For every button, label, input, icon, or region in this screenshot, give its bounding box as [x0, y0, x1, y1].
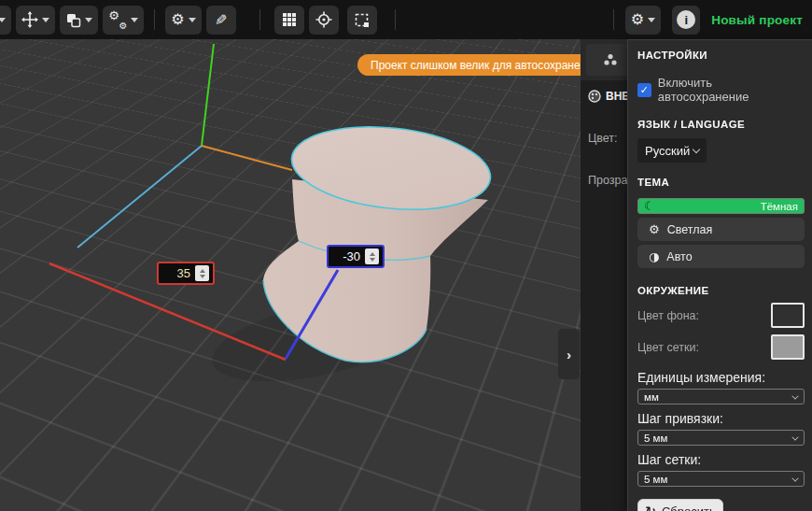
chevron-down-icon — [791, 475, 798, 481]
refresh-icon: ↻ — [645, 504, 656, 511]
chevron-down-icon — [791, 392, 798, 399]
edit-tool-button[interactable]: ✎ — [206, 6, 236, 35]
grid-step-value: 5 мм — [644, 474, 667, 485]
target-icon — [315, 11, 332, 28]
appearance-header: ВНЕШНИЙ ВИД — [606, 90, 627, 103]
duplicate-icon — [65, 12, 81, 28]
autosave-label: Включить автосохранение — [658, 76, 805, 104]
grid-icon — [282, 12, 297, 27]
viewport-3d[interactable]: Проект слишком велик для автосохранения … — [0, 39, 581, 511]
grid-color-swatch[interactable] — [771, 334, 805, 360]
move-tool-button[interactable] — [16, 6, 55, 35]
reset-label: Сбросить — [662, 504, 716, 511]
sun-gear-icon: ⚙ — [649, 223, 660, 235]
units-select[interactable]: мм — [637, 389, 805, 405]
theme-label: Тёмная — [761, 201, 798, 212]
step-down-icon[interactable] — [200, 275, 205, 278]
contrast-icon: ◑ — [649, 250, 659, 263]
top-toolbar: ⚙ ⚙⚙ — [0, 0, 812, 39]
units-value: мм — [644, 391, 659, 403]
toolbar-separator — [613, 9, 614, 30]
info-button[interactable]: i — [672, 6, 700, 35]
theme-label: Авто — [666, 250, 692, 263]
app-settings-button[interactable]: ⚙ — [625, 6, 661, 35]
dimension-input-x[interactable]: 35 — [157, 262, 215, 285]
theme-option-dark[interactable]: ☾ Тёмная — [637, 198, 805, 214]
scene-overlay — [0, 39, 581, 511]
settings-panel: НАСТРОЙКИ ✓ Включить автосохранение ЯЗЫК… — [627, 39, 812, 511]
chevron-down-icon — [85, 18, 92, 22]
snap-value: 5 мм — [644, 433, 667, 444]
sidebar-tab-bar — [581, 39, 627, 80]
chevron-down-icon — [42, 18, 49, 22]
snap-target-button[interactable] — [309, 6, 339, 35]
color-row: Цвет: — [588, 132, 617, 145]
chevron-down-icon — [189, 18, 196, 22]
toolbar-separator — [395, 9, 396, 30]
language-select[interactable]: Русский — [637, 138, 707, 163]
opacity-label: Прозрачность: — [588, 174, 627, 187]
move-icon — [21, 11, 38, 28]
environment-header: ОКРУЖЕНИЕ — [637, 285, 805, 296]
snap-select[interactable]: 5 мм — [637, 430, 805, 446]
theme-option-auto[interactable]: ◑ Авто — [637, 245, 805, 268]
operations-tool-button[interactable]: ⚙⚙ — [103, 6, 144, 35]
snap-label: Шаг привязки: — [637, 411, 805, 426]
autosave-checkbox[interactable]: ✓ — [637, 83, 651, 97]
model-object[interactable] — [263, 118, 495, 362]
info-icon: i — [677, 10, 695, 29]
autosave-row: ✓ Включить автосохранение — [637, 76, 805, 104]
app-window: ⚙ ⚙⚙ — [0, 0, 812, 511]
theme-options: ☾ Тёмная ⚙ Светлая ◑ Авто — [637, 194, 805, 268]
step-down-icon[interactable] — [370, 258, 375, 262]
toolbar-right-group: ⚙ i Новый проект — [613, 0, 812, 39]
toolbar-separator — [154, 9, 155, 30]
bg-color-swatch[interactable] — [771, 303, 805, 328]
chevron-down-icon — [131, 18, 138, 22]
settings-tool-button[interactable]: ⚙ — [165, 6, 201, 35]
chevron-down-icon — [0, 18, 6, 22]
cutoff-tool-button[interactable]: ⚙ — [0, 6, 11, 35]
gear-icon: ⚙ — [171, 12, 184, 27]
tab-structure[interactable] — [586, 44, 627, 76]
units-label: Единицы измерения: — [637, 370, 805, 385]
step-up-icon[interactable] — [370, 252, 375, 256]
selection-area-button[interactable] — [347, 6, 377, 35]
appearance-section: ВНЕШНИЙ ВИД — [588, 90, 627, 103]
grid-step-select[interactable]: 5 мм — [637, 471, 805, 487]
properties-sidebar: ВНЕШНИЙ ВИД Цвет: Прозрачность: — [581, 39, 627, 511]
selection-rect-icon — [354, 12, 370, 28]
chevron-right-icon: › — [567, 347, 571, 362]
grid-step-label: Шаг сетки: — [637, 452, 805, 467]
chevron-down-icon — [791, 433, 798, 440]
panel-expand-handle[interactable]: › — [558, 329, 580, 379]
dimension-y-value[interactable]: -30 — [343, 249, 360, 263]
stepper-x[interactable] — [195, 265, 209, 281]
palette-icon — [588, 90, 601, 103]
reset-button[interactable]: ↻ Сбросить — [637, 499, 723, 511]
axes-gizmo — [77, 44, 292, 248]
grid-color-row: Цвет сетки: — [637, 334, 805, 360]
autosave-warning-toast: Проект слишком велик для автосохранения — [357, 54, 581, 76]
moon-icon: ☾ — [644, 200, 655, 212]
theme-label: Светлая — [667, 223, 713, 236]
toolbar-separator — [259, 9, 260, 30]
toolbar-left-group: ⚙ ⚙⚙ — [0, 0, 396, 39]
dimension-x-value[interactable]: 35 — [177, 266, 190, 280]
stepper-y[interactable] — [365, 248, 379, 264]
pencil-icon: ✎ — [215, 11, 227, 29]
dimension-input-y[interactable]: -30 — [327, 245, 385, 268]
new-project-link[interactable]: Новый проект — [711, 13, 803, 27]
chevron-down-icon — [693, 145, 700, 152]
color-label: Цвет: — [588, 132, 617, 145]
shapes-cluster-icon — [603, 53, 618, 66]
theme-header: ТЕМА — [637, 177, 805, 188]
grid-toggle-button[interactable] — [274, 6, 304, 35]
duplicate-tool-button[interactable] — [60, 6, 98, 35]
language-value: Русский — [645, 144, 690, 158]
language-header: ЯЗЫК / LANGUAGE — [637, 119, 805, 130]
opacity-row: Прозрачность: — [588, 174, 627, 187]
step-up-icon[interactable] — [200, 269, 205, 273]
theme-option-light[interactable]: ⚙ Светлая — [637, 218, 805, 241]
grid-color-label: Цвет сетки: — [637, 341, 699, 354]
